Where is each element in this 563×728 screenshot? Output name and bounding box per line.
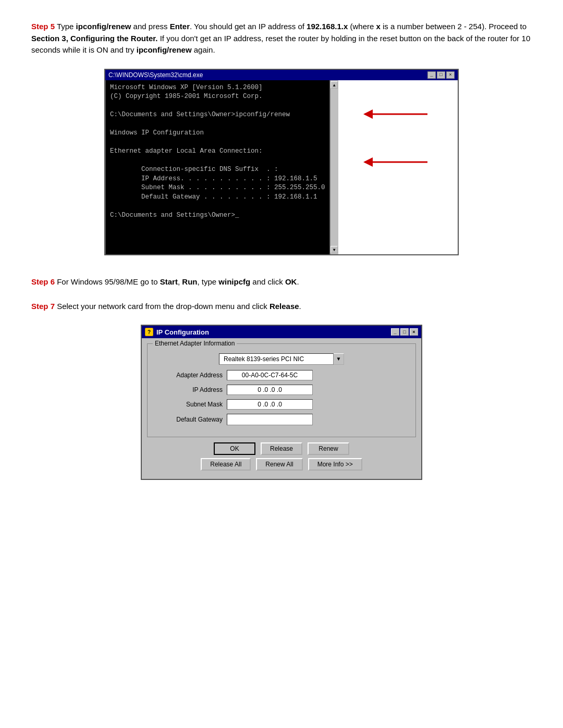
adapter-dropdown-row: Realtek 8139-series PCI NIC ▼ (155, 353, 408, 365)
cmd-line-2 (110, 102, 325, 111)
step5-cmd2: ipconfig/renew (137, 45, 192, 54)
group-box-label: Ethernet Adapter Information (153, 340, 237, 347)
cmd-minimize-button[interactable]: _ (427, 71, 436, 79)
cmd-titlebar: C:\WINDOWS\System32\cmd.exe _ □ × (105, 70, 458, 80)
adapter-address-value: 00-A0-0C-C7-64-5C (227, 370, 313, 380)
arrow-ip-svg (360, 156, 427, 168)
cmd-line-13 (110, 202, 325, 211)
arrow-renew (360, 108, 427, 120)
buttons-row-1: OK Release Renew (147, 442, 416, 455)
step5-enter: Enter (170, 22, 190, 31)
step5-text2: and press (131, 22, 169, 31)
step5-label: Step 5 (31, 22, 55, 31)
ip-minimize-button[interactable]: _ (391, 328, 399, 336)
step5-cmd1: ipconfig/renew (76, 22, 131, 31)
ok-button[interactable]: OK (214, 442, 255, 455)
cmd-line-4 (110, 120, 325, 129)
renew-all-button[interactable]: Renew All (256, 458, 302, 471)
more-info-button[interactable]: More Info >> (308, 458, 362, 471)
scroll-down-button[interactable]: ▼ (331, 246, 338, 253)
step6-paragraph: Step 6 For Windows 95/98/ME go to Start,… (31, 276, 532, 288)
default-gateway-label: Default Gateway (155, 416, 223, 423)
cmd-close-button[interactable]: × (446, 71, 455, 79)
step6-text5: . (297, 277, 299, 286)
step7-release: Release (270, 302, 299, 311)
subnet-mask-row: Subnet Mask 0 .0 .0 .0 (155, 399, 408, 410)
cmd-line-7: Ethernet adapter Local Area Connection: (110, 147, 325, 156)
step5-section: Section 3, Configuring the Router. (31, 34, 158, 43)
ip-config-title-left: ? IP Configuration (145, 328, 209, 336)
cmd-line-1: (C) Copyright 1985-2001 Microsoft Corp. (110, 92, 325, 102)
cmd-line-6 (110, 138, 325, 147)
cmd-titlebar-buttons: _ □ × (427, 71, 455, 79)
buttons-row-2: Release All Renew All More Info >> (147, 458, 416, 471)
ip-address-label: IP Address (155, 386, 223, 393)
cmd-line-14: C:\Documents and Settings\Owner>_ (110, 211, 325, 220)
cmd-blank-space (110, 220, 325, 251)
ip-config-title: IP Configuration (156, 328, 209, 336)
cmd-line-5: Windows IP Configuration (110, 129, 325, 138)
cmd-scrollbar[interactable]: ▲ ▼ (330, 80, 338, 255)
cmd-line-3: C:\Documents and Settings\Owner>ipconfig… (110, 110, 325, 120)
cmd-line-11: Subnet Mask . . . . . . . . . . : 255.25… (110, 183, 325, 193)
step5-paragraph: Step 5 Type ipconfig/renew and press Ent… (31, 21, 532, 56)
cmd-line-0: Microsoft Windows XP [Version 5.1.2600] (110, 83, 325, 93)
cmd-line-12: Default Gateway . . . . . . . . : 192.16… (110, 193, 325, 202)
cmd-body: Microsoft Windows XP [Version 5.1.2600] … (105, 80, 330, 255)
step6-text1: For Windows 95/98/ME go to (55, 277, 160, 286)
ip-config-titlebar-buttons: _ □ × (391, 328, 418, 336)
adapter-dropdown-arrow[interactable]: ▼ (334, 353, 344, 365)
cmd-maximize-button[interactable]: □ (437, 71, 445, 79)
ip-close-button[interactable]: × (410, 328, 418, 336)
ip-config-icon: ? (145, 328, 153, 336)
step7-text1: Select your network card from the drop-d… (55, 302, 270, 311)
default-gateway-value (227, 414, 313, 425)
step6-run: Run (182, 277, 197, 286)
release-all-button[interactable]: Release All (201, 458, 251, 471)
default-gateway-row: Default Gateway (155, 414, 408, 425)
step7-text2: . (299, 302, 301, 311)
step5-text7: again. (192, 45, 215, 54)
adapter-dropdown-field[interactable]: Realtek 8139-series PCI NIC (219, 353, 334, 365)
ip-config-titlebar: ? IP Configuration _ □ × (142, 326, 421, 338)
step5-text1: Type (55, 22, 76, 31)
step6-text4: and click (250, 277, 285, 286)
cmd-window-container: C:\WINDOWS\System32\cmd.exe _ □ × Micros… (104, 69, 459, 256)
renew-button[interactable]: Renew (308, 442, 349, 455)
cmd-line-8 (110, 156, 325, 166)
step6-winipcfg: winipcfg (218, 277, 250, 286)
step6-text3: , type (197, 277, 218, 286)
adapter-address-row: Adapter Address 00-A0-0C-C7-64-5C (155, 370, 408, 380)
cmd-title: C:\WINDOWS\System32\cmd.exe (108, 71, 203, 79)
step5-text3: . You should get an IP address of (190, 22, 307, 31)
ip-config-body: Ethernet Adapter Information Realtek 813… (142, 338, 421, 479)
subnet-mask-value: 0 .0 .0 .0 (227, 399, 313, 410)
step5-text4: (where (348, 22, 376, 31)
step7-label: Step 7 (31, 302, 55, 311)
cmd-line-9: Connection-specific DNS Suffix . : (110, 165, 325, 175)
adapter-dropdown[interactable]: Realtek 8139-series PCI NIC ▼ (219, 353, 344, 365)
scroll-up-button[interactable]: ▲ (331, 81, 338, 89)
ip-address-row: IP Address 0 .0 .0 .0 (155, 385, 408, 395)
step6-start: Start (160, 277, 178, 286)
subnet-mask-label: Subnet Mask (155, 401, 223, 408)
ethernet-adapter-group: Ethernet Adapter Information Realtek 813… (147, 343, 416, 437)
arrow-ip (360, 156, 427, 168)
step5-text5: is a number between 2 - 254). Proceed to (381, 22, 527, 31)
ip-config-dialog: ? IP Configuration _ □ × Ethernet Adapte… (141, 325, 422, 480)
ip-address-value: 0 .0 .0 .0 (227, 385, 313, 395)
step5-x: x (376, 22, 381, 31)
release-button[interactable]: Release (261, 442, 302, 455)
step6-ok: OK (285, 277, 297, 286)
step6-label: Step 6 (31, 277, 55, 286)
step5-ip: 192.168.1.x (307, 22, 348, 31)
cmd-line-10: IP Address. . . . . . . . . . . : 192.16… (110, 175, 325, 184)
arrow-renew-svg (360, 108, 427, 120)
step7-paragraph: Step 7 Select your network card from the… (31, 301, 532, 313)
ip-maximize-button[interactable]: □ (400, 328, 409, 336)
adapter-address-label: Adapter Address (155, 372, 223, 379)
